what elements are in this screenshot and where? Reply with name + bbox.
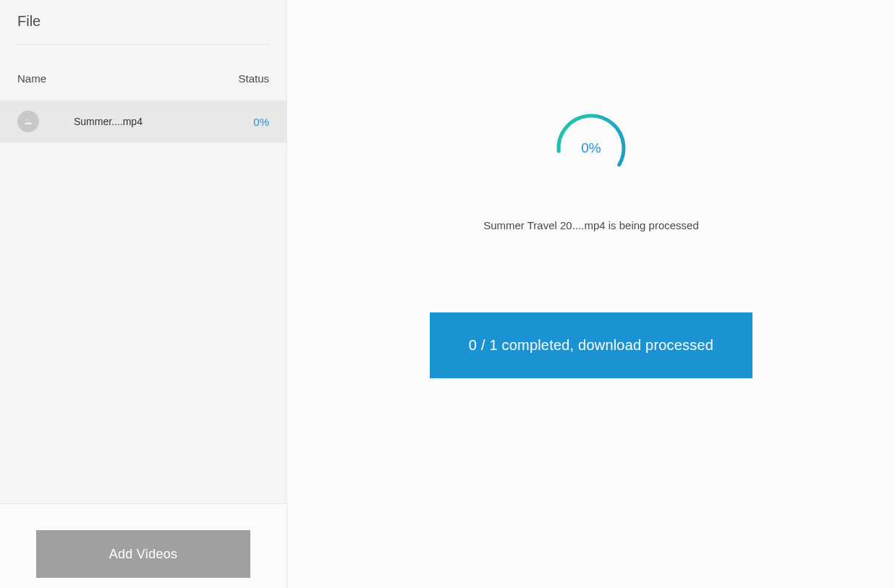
column-header-name: Name <box>17 72 46 85</box>
progress-ring: 0% <box>555 112 627 184</box>
main-panel: 0% Summer Travel 20....mp4 is being proc… <box>287 0 895 588</box>
file-status: 0% <box>253 116 269 128</box>
add-videos-button[interactable]: Add Videos <box>36 530 250 578</box>
download-processed-button[interactable]: 0 / 1 completed, download processed <box>430 312 752 378</box>
file-list: Summer....mp4 0% <box>0 101 287 503</box>
sidebar: File Name Status Summer....mp4 0% Add Vi… <box>0 0 287 588</box>
processing-status-text: Summer Travel 20....mp4 is being process… <box>483 219 699 231</box>
column-header-status: Status <box>238 72 269 85</box>
file-row[interactable]: Summer....mp4 0% <box>0 101 287 142</box>
sidebar-footer: Add Videos <box>0 503 287 588</box>
column-headers: Name Status <box>0 45 287 101</box>
file-name: Summer....mp4 <box>74 116 253 127</box>
progress-percent: 0% <box>581 140 601 156</box>
video-file-icon <box>17 111 39 132</box>
sidebar-header: File <box>0 0 287 44</box>
file-section-title: File <box>17 13 269 30</box>
